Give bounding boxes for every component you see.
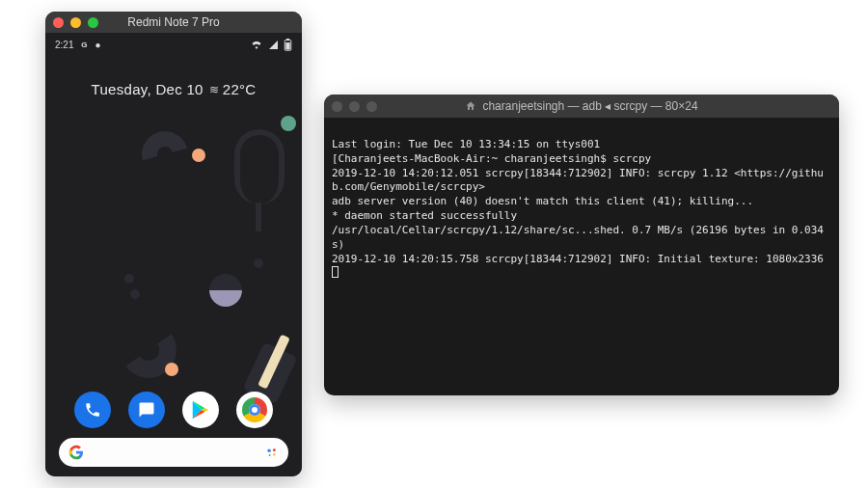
app-dock: [45, 392, 302, 428]
terminal-window: charanjeetsingh — adb ◂ scrcpy — 80×24 L…: [324, 95, 839, 395]
wifi-icon: [251, 40, 262, 49]
messages-app-icon[interactable]: [128, 392, 165, 428]
status-right: [251, 39, 292, 51]
chrome-app-icon[interactable]: [236, 392, 273, 428]
status-dot-icon: ●: [95, 40, 100, 50]
terminal-title: charanjeetsingh — adb ◂ scrcpy — 80×24: [332, 99, 831, 113]
phone-app-icon[interactable]: [74, 392, 111, 428]
google-logo-icon: [68, 445, 84, 460]
weather-fog-icon: ≋: [209, 83, 217, 96]
date-weather-widget[interactable]: Tuesday, Dec 10 ≋ 22°C: [45, 81, 302, 97]
wallpaper-shape: [254, 258, 263, 268]
wallpaper-shape: [234, 129, 285, 204]
terminal-title-text: charanjeetsingh — adb ◂ scrcpy — 80×24: [482, 99, 697, 113]
wallpaper-shape: [192, 149, 205, 162]
google-status-icon: G: [79, 40, 89, 49]
home-icon: [465, 100, 476, 112]
phone-window-titlebar: Redmi Note 7 Pro: [45, 12, 302, 33]
android-status-bar: 2:21 G ●: [45, 33, 302, 54]
wallpaper-shape: [116, 317, 180, 382]
battery-icon: [284, 39, 292, 51]
terminal-line: 2019-12-10 14:20:15.758 scrcpy[18344:712…: [332, 253, 824, 265]
phone-mirror-window: Redmi Note 7 Pro 2:21 G ● Tuesday, Dec 1…: [45, 12, 302, 476]
wallpaper-shape: [130, 289, 140, 299]
svg-point-5: [273, 453, 275, 455]
svg-rect-1: [286, 39, 289, 41]
date-label: Tuesday, Dec 10: [92, 81, 203, 97]
wallpaper-shape: [124, 274, 134, 284]
terminal-line: adb server version (40) doesn't match th…: [332, 195, 753, 207]
play-store-icon: [190, 399, 211, 420]
chat-bubble-icon: [138, 401, 155, 419]
phone-handset-icon: [84, 401, 101, 419]
status-left: 2:21 G ●: [55, 40, 101, 50]
svg-point-6: [269, 454, 271, 456]
terminal-line: [Charanjeets-MacBook-Air:~ charanjeetsin…: [332, 152, 651, 165]
terminal-line: /usr/local/Cellar/scrcpy/1.12/share/sc..…: [332, 224, 824, 251]
svg-rect-2: [285, 42, 289, 49]
terminal-output[interactable]: Last login: Tue Dec 10 13:34:15 on ttys0…: [324, 118, 839, 288]
svg-point-4: [273, 448, 276, 451]
wallpaper-shape: [281, 116, 296, 131]
signal-icon: [268, 40, 278, 49]
google-search-bar[interactable]: [59, 438, 288, 467]
terminal-cursor: [332, 266, 339, 278]
svg-point-3: [267, 449, 271, 453]
wallpaper-shape: [165, 363, 178, 376]
search-input[interactable]: [92, 446, 258, 459]
terminal-titlebar: charanjeetsingh — adb ◂ scrcpy — 80×24: [324, 95, 839, 118]
wallpaper-shape: [209, 274, 242, 307]
play-store-app-icon[interactable]: [182, 392, 219, 428]
assistant-mic-icon[interactable]: [265, 446, 279, 459]
phone-screen[interactable]: 2:21 G ● Tuesday, Dec 10 ≋ 22°C: [45, 33, 302, 476]
terminal-line: 2019-12-10 14:20:12.051 scrcpy[18344:712…: [332, 167, 824, 194]
terminal-line: Last login: Tue Dec 10 13:34:15 on ttys0…: [332, 138, 600, 150]
wallpaper-shape: [256, 203, 261, 231]
terminal-line: * daemon started successfully: [332, 209, 517, 222]
phone-window-title: Redmi Note 7 Pro: [53, 15, 294, 29]
wallpaper-shape: [258, 335, 290, 390]
wallpaper-shape: [133, 122, 197, 186]
status-time: 2:21: [55, 40, 73, 50]
weather-label: 22°C: [223, 81, 257, 97]
